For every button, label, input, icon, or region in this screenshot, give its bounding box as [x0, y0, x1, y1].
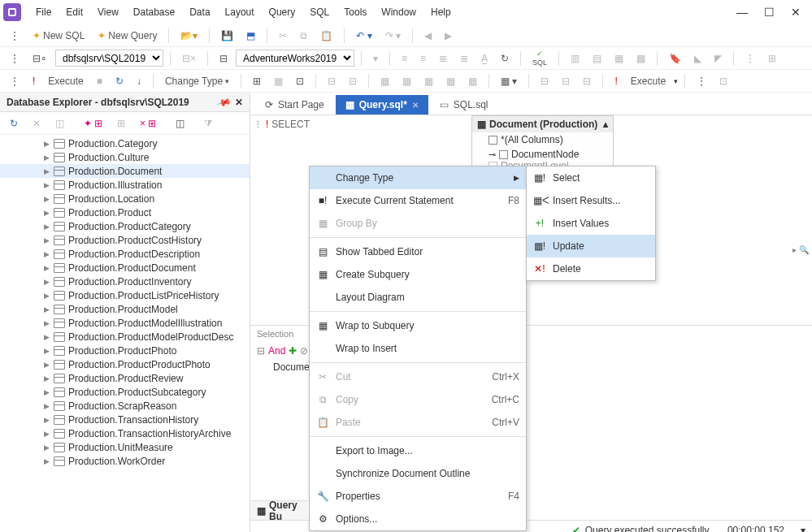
tb-c3[interactable]: ⊡ — [291, 73, 309, 89]
open-button[interactable]: 📂▾ — [176, 28, 202, 44]
query-builder-tab[interactable]: ▦ Query Bu — [250, 500, 307, 520]
ctx-layout-diagram[interactable]: Layout Diagram — [310, 286, 526, 309]
tree-item[interactable]: ▶Production.UnitMeasure — [0, 440, 250, 454]
stop-button[interactable]: ■ — [92, 73, 107, 89]
tb-g3[interactable]: ▦ — [610, 50, 628, 67]
bookmark-icon[interactable]: 🔖 — [664, 50, 686, 67]
minimize-button[interactable]: — — [736, 6, 748, 19]
ctx-properties[interactable]: 🔧PropertiesF4 — [310, 485, 526, 508]
db-combo[interactable]: AdventureWorks2019 — [236, 50, 354, 67]
sub-select[interactable]: ▦!Select — [527, 167, 655, 189]
tree-item[interactable]: ▶Production.ProductListPriceHistory — [0, 288, 250, 302]
doc-col-all[interactable]: *(All Columns) — [472, 132, 613, 147]
tree-item[interactable]: ▶Production.Document — [0, 164, 250, 178]
menu-file[interactable]: File — [29, 3, 58, 21]
server-combo[interactable]: dbfsqlsrv\SQL2019 — [55, 50, 163, 67]
tb-h1[interactable]: ⋮ — [740, 50, 760, 67]
ctx-execute-current-statement[interactable]: ■!Execute Current StatementF8 — [310, 189, 526, 212]
new-query-button[interactable]: ✦New Query — [93, 28, 162, 44]
refresh-icon[interactable]: ↻ — [496, 50, 514, 67]
tree-item[interactable]: ▶Production.Category — [0, 136, 250, 150]
tb-h2[interactable]: ⊞ — [763, 50, 781, 67]
tree-item[interactable]: ▶Production.ProductDescription — [0, 247, 250, 261]
cut-button[interactable]: ✂ — [274, 28, 292, 44]
tb-d1[interactable]: ⊟ — [323, 73, 341, 89]
dropdown-icon[interactable]: ↓ — [132, 73, 146, 89]
menu-sql[interactable]: SQL — [303, 3, 336, 21]
tb-uncomment-icon[interactable]: ≣ — [455, 50, 473, 67]
tree-close-button[interactable]: ✕ — [28, 115, 46, 132]
tb-e2[interactable]: ▦ — [397, 73, 416, 89]
tree-window-button[interactable]: ◫ — [50, 115, 69, 132]
reconnect-button[interactable]: ↻ — [111, 73, 128, 89]
tree-item[interactable]: ▶Production.Illustration — [0, 178, 250, 192]
doc-panel-header[interactable]: ▦ Document (Production)▴ — [472, 116, 613, 132]
copy-button[interactable]: ⧉ — [295, 28, 312, 44]
tree-item[interactable]: ▶Production.ProductSubcategory — [0, 385, 250, 399]
ctx-export-to-image-[interactable]: Export to Image... — [310, 439, 526, 462]
execute2-button[interactable]: ! — [610, 73, 622, 89]
ctx-show-tabbed-editor[interactable]: ▤Show Tabbed Editor — [310, 240, 526, 263]
tree-item[interactable]: ▶Production.WorkOrder — [0, 454, 250, 468]
document-diagram-panel[interactable]: ▦ Document (Production)▴ *(All Columns) … — [471, 115, 614, 171]
ctx-wrap-to-insert[interactable]: Wrap to Insert — [310, 337, 526, 360]
tb-a1[interactable]: ▾ — [368, 50, 383, 67]
bookmark-next-icon[interactable]: ◣ — [689, 50, 706, 67]
tb-e5[interactable]: ▦ — [463, 73, 482, 89]
tree-item[interactable]: ▶Production.ProductInventory — [0, 275, 250, 288]
tb-e1[interactable]: ▦ — [376, 73, 394, 89]
new-sql-button[interactable]: ✦New SQL — [28, 28, 89, 44]
tb-d2[interactable]: ⊟ — [344, 73, 362, 89]
execute-label[interactable]: Execute — [43, 73, 88, 89]
menu-database[interactable]: Database — [127, 3, 181, 21]
tree-item[interactable]: ▶Production.ProductReview — [0, 371, 250, 385]
sub-update[interactable]: ▦!Update — [527, 235, 655, 257]
tb-e4[interactable]: ▦ — [441, 73, 460, 89]
sub-delete[interactable]: ✕!Delete — [527, 257, 655, 280]
close-tab-icon[interactable]: ✕ — [412, 101, 419, 110]
pin-icon[interactable]: 📌 — [216, 94, 232, 110]
sql-check-button[interactable]: ✓SQL — [528, 48, 552, 68]
tree-item[interactable]: ▶Production.ProductModelIllustration — [0, 316, 250, 330]
tab-sql[interactable]: ▭SQL.sql — [430, 95, 498, 115]
tb-indent-icon[interactable]: ≡ — [397, 50, 412, 67]
tree-item[interactable]: ▶Production.ProductCostHistory — [0, 233, 250, 247]
tb-f1[interactable]: ⊟ — [536, 73, 554, 89]
menu-query[interactable]: Query — [263, 3, 302, 21]
sub-insert-results-[interactable]: ▦ᐸInsert Results... — [527, 189, 655, 212]
menu-layout[interactable]: Layout — [219, 3, 261, 21]
tree-item[interactable]: ▶Production.ProductCategory — [0, 219, 250, 233]
ctx-change-type[interactable]: Change Type▶ — [310, 167, 526, 189]
status-dropdown-icon[interactable]: ▾ — [801, 525, 805, 533]
maximize-button[interactable]: ☐ — [764, 6, 775, 19]
tb-c2[interactable]: ▦ — [269, 73, 288, 89]
tb-f3[interactable]: ⊟ — [578, 73, 596, 89]
save-all-button[interactable]: ⬒ — [241, 28, 260, 44]
bookmark-prev-icon[interactable]: ◤ — [710, 50, 727, 67]
ctx-options-[interactable]: ⚙Options... — [310, 508, 526, 530]
nav-fwd-button[interactable]: ▶ — [440, 28, 457, 44]
tb-e3[interactable]: ▦ — [419, 73, 438, 89]
close-button[interactable]: ✕ — [791, 6, 801, 19]
menu-data[interactable]: Data — [183, 3, 216, 21]
save-button[interactable]: 💾 — [216, 28, 238, 44]
disconnect-icon[interactable]: ⊟× — [177, 50, 201, 67]
panel-close-icon[interactable]: ✕ — [235, 97, 243, 108]
menu-view[interactable]: View — [91, 3, 125, 21]
tree-btn3[interactable]: ×⊞ — [135, 115, 161, 132]
tb-g4[interactable]: ▩ — [632, 50, 650, 67]
tb-f2[interactable]: ⊟ — [557, 73, 575, 89]
filter-icon[interactable]: ⧩ — [199, 115, 217, 132]
tb-last[interactable]: ⊡ — [714, 73, 732, 89]
tree-item[interactable]: ▶Production.TransactionHistory — [0, 413, 250, 426]
tree-item[interactable]: ▶Production.ProductProductPhoto — [0, 357, 250, 371]
tree-item[interactable]: ▶Production.ProductModelProductDesc — [0, 330, 250, 344]
search-icon[interactable]: ▸ 🔍 — [792, 245, 809, 254]
nav-back-button[interactable]: ◀ — [419, 28, 436, 44]
menu-window[interactable]: Window — [375, 3, 423, 21]
menu-edit[interactable]: Edit — [59, 3, 89, 21]
change-type-button[interactable]: Change Type ▾ — [160, 73, 234, 89]
grid-button[interactable]: ▦ ▾ — [496, 73, 522, 89]
tab-start-page[interactable]: ⟳Start Page — [255, 95, 334, 115]
tree-item[interactable]: ▶Production.Culture — [0, 150, 250, 164]
